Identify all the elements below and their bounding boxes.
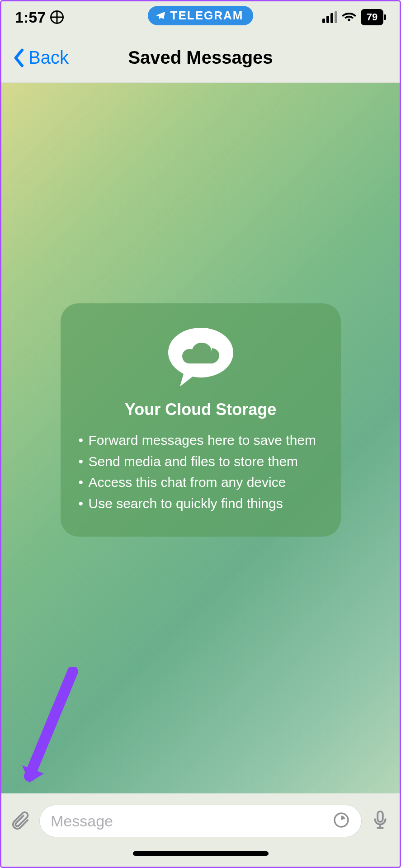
page-title: Saved Messages <box>128 47 273 68</box>
back-label: Back <box>28 47 69 68</box>
annotation-arrow-icon <box>19 667 83 784</box>
message-input-bar <box>1 793 400 849</box>
info-bullet: Access this chat from any device <box>79 472 323 493</box>
nav-header: Back Saved Messages <box>1 33 400 83</box>
info-card-title: Your Cloud Storage <box>79 400 323 419</box>
message-input[interactable] <box>51 812 332 830</box>
cellular-signal-icon <box>322 11 337 23</box>
info-bullet: Forward messages here to save them <box>79 430 323 451</box>
device-frame: 1:57 TELEGRAM 79 <box>0 0 401 868</box>
battery-level: 79 <box>361 9 383 25</box>
svg-line-0 <box>29 671 73 776</box>
microphone-icon[interactable] <box>370 810 391 832</box>
cloud-chat-icon <box>79 323 323 391</box>
wifi-icon <box>342 9 356 25</box>
back-button[interactable]: Back <box>10 47 69 68</box>
info-bullet: Send media and files to store them <box>79 451 323 472</box>
chevron-left-icon <box>10 48 27 68</box>
home-indicator[interactable] <box>133 851 269 856</box>
message-input-container[interactable] <box>39 805 362 837</box>
location-services-icon <box>50 10 64 24</box>
attachment-icon[interactable] <box>10 810 31 832</box>
cloud-storage-info-card: Your Cloud Storage Forward messages here… <box>61 303 341 537</box>
chat-background: Your Cloud Storage Forward messages here… <box>1 83 400 793</box>
self-destruct-timer-icon[interactable] <box>332 811 350 831</box>
app-pill-label: TELEGRAM <box>170 9 244 23</box>
status-bar: 1:57 TELEGRAM 79 <box>1 1 400 33</box>
info-bullet: Use search to quickly find things <box>79 493 323 514</box>
status-time: 1:57 <box>15 9 46 26</box>
app-return-pill[interactable]: TELEGRAM <box>148 6 254 25</box>
info-card-bullets: Forward messages here to save them Send … <box>79 430 323 514</box>
home-indicator-area <box>1 849 400 867</box>
telegram-plane-icon <box>155 10 166 21</box>
battery-indicator: 79 <box>361 9 386 25</box>
status-left: 1:57 <box>15 9 64 26</box>
status-right: 79 <box>322 9 386 25</box>
